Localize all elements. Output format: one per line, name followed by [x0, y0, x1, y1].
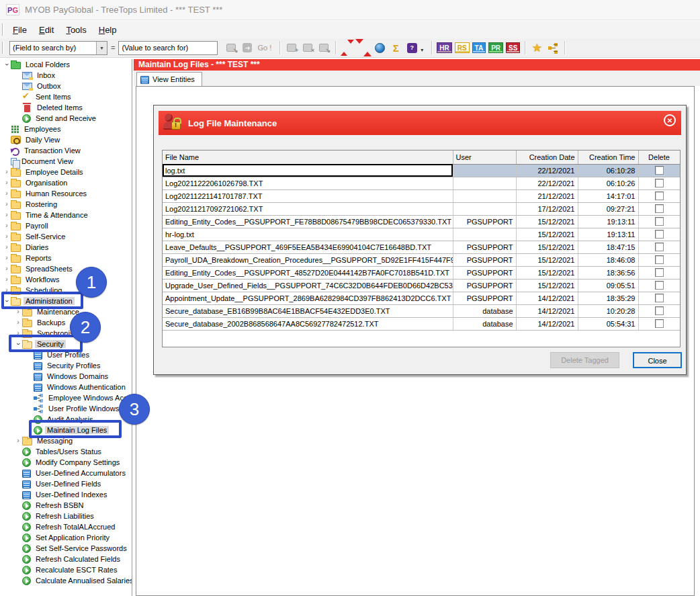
sidebar-item-payroll[interactable]: ›Payroll	[0, 220, 132, 231]
sidebar-item-maintenance[interactable]: ›Maintenance	[0, 306, 132, 317]
creation-date-cell[interactable]: 17/12/2021	[516, 202, 578, 215]
chevron-right-icon[interactable]: ›	[3, 169, 11, 175]
delete-checkbox[interactable]	[655, 179, 664, 187]
delete-checkbox[interactable]	[655, 166, 664, 175]
tab-view-entities[interactable]: View Entities	[136, 72, 202, 86]
user-cell[interactable]	[453, 228, 516, 241]
file-name-cell[interactable]: Log20211221141701787.TXT	[163, 189, 453, 202]
chevron-right-icon[interactable]: ›	[3, 276, 11, 283]
sidebar-item-time-attendance[interactable]: ›Time & Attendance	[0, 210, 132, 220]
chevron-right-icon[interactable]: ›	[3, 265, 11, 272]
delete-checkbox[interactable]	[655, 217, 664, 226]
creation-time-cell[interactable]: 06:10:28	[578, 164, 638, 177]
table-row[interactable]: Log20211222061026798.TXT22/12/202106:10:…	[163, 177, 680, 189]
file-name-cell[interactable]: Secure_database_2002B868568647AA8C569277…	[163, 317, 453, 330]
user-cell[interactable]: database	[453, 304, 516, 317]
sidebar-item-security-profiles[interactable]: Security Profiles	[0, 360, 132, 371]
chevron-down-icon[interactable]: ›	[15, 340, 21, 348]
sidebar-item-send-and-receive[interactable]: Send and Receive	[0, 113, 132, 124]
sidebar-item-daily-view[interactable]: Daily View	[0, 134, 132, 145]
chevron-right-icon[interactable]: ›	[3, 222, 11, 229]
user-cell[interactable]	[453, 177, 516, 189]
sidebar-item-employees[interactable]: Employees	[0, 124, 132, 134]
file-name-cell[interactable]: Editing_Entity_Codes__PGSUPPORT_FE78B8D0…	[163, 215, 453, 228]
creation-time-cell[interactable]: 19:13:11	[578, 228, 638, 241]
sidebar-item-document-view[interactable]: Document View	[0, 156, 132, 167]
table-row[interactable]: Secure_database_2002B868568647AA8C569277…	[163, 317, 680, 330]
delete-checkbox[interactable]	[655, 191, 664, 200]
sidebar-item-synchronisation[interactable]: ›Synchronisation	[0, 328, 132, 339]
go-icon[interactable]: ➜	[240, 41, 254, 54]
file-name-cell[interactable]: Log20211217092721062.TXT	[163, 202, 453, 215]
user-cell[interactable]: PGSUPPORT	[453, 215, 516, 228]
close-button[interactable]: Close	[633, 352, 682, 368]
chevron-right-icon[interactable]: ›	[3, 179, 11, 186]
sidebar-item-tables-users-status[interactable]: Tables/Users Status	[0, 446, 132, 457]
chevron-right-icon[interactable]: ›	[14, 437, 22, 444]
menu-tools[interactable]: Tools	[60, 22, 92, 38]
creation-date-cell[interactable]: 14/12/2021	[516, 292, 578, 304]
calculator-icon[interactable]: ?	[405, 41, 419, 54]
chevron-right-icon[interactable]: ›	[14, 308, 22, 315]
user-cell[interactable]: PGSUPPORT	[453, 266, 516, 279]
sidebar-item-rostering[interactable]: ›Rostering	[0, 199, 132, 210]
duplicate-record-icon[interactable]	[317, 41, 331, 54]
module-ta-button[interactable]: TA	[472, 42, 486, 53]
file-name-cell[interactable]: hr-log.txt	[163, 228, 453, 241]
file-name-cell[interactable]: Appointment_Update__PGSUPPORT_2869BA6282…	[163, 292, 453, 304]
module-pr-button[interactable]: PR	[488, 42, 503, 53]
creation-time-cell[interactable]: 18:47:15	[578, 241, 638, 253]
creation-date-cell[interactable]: 15/12/2021	[516, 228, 578, 241]
table-row[interactable]: Leave_Defaults__PGSUPPORT_469F5EEA5B434E…	[163, 241, 680, 253]
sidebar-item-transaction-view[interactable]: Transaction View	[0, 145, 132, 156]
creation-time-cell[interactable]: 18:36:56	[578, 266, 638, 279]
table-row[interactable]: Log20211217092721062.TXT17/12/202109:27:…	[163, 202, 680, 215]
delete-checkbox[interactable]	[655, 319, 664, 328]
user-cell[interactable]	[453, 164, 516, 177]
menu-help[interactable]: Help	[93, 22, 123, 38]
table-row[interactable]: log.txt22/12/202106:10:28	[163, 164, 680, 177]
table-row[interactable]: Editing_Entity_Codes__PGSUPPORT_FE78B8D0…	[163, 215, 680, 228]
sidebar-item-set-application-priority[interactable]: Set Application Priority	[0, 532, 132, 543]
sidebar-item-refresh-liabilities[interactable]: Refresh Liabilities	[0, 511, 132, 521]
column-header-creation-date[interactable]: Creation Date	[516, 151, 578, 164]
table-row[interactable]: Payroll_UDA_Breakdown_Creation_Procedure…	[163, 253, 680, 266]
sidebar-item-refresh-bsbn[interactable]: Refresh BSBN	[0, 500, 132, 511]
creation-time-cell[interactable]: 19:13:11	[578, 215, 638, 228]
creation-date-cell[interactable]: 14/12/2021	[516, 317, 578, 330]
delete-checkbox[interactable]	[655, 281, 664, 290]
delete-checkbox[interactable]	[655, 204, 664, 213]
user-cell[interactable]: database	[453, 317, 516, 330]
table-row[interactable]: Log20211221141701787.TXT21/12/202114:17:…	[163, 189, 680, 202]
sidebar-item-spreadsheets[interactable]: ›SpreadSheets	[0, 263, 132, 274]
user-cell[interactable]	[453, 202, 516, 215]
sidebar-item-backups[interactable]: ›Backups	[0, 317, 132, 328]
sidebar-item-user-profiles[interactable]: User Profiles	[0, 349, 132, 360]
delete-record-icon[interactable]	[301, 41, 314, 54]
globe-icon[interactable]	[373, 41, 386, 54]
menu-file[interactable]: File	[7, 22, 33, 38]
creation-time-cell[interactable]: 10:20:28	[578, 304, 638, 317]
file-name-cell[interactable]: Payroll_UDA_Breakdown_Creation_Procedure…	[163, 253, 453, 266]
sidebar-item-modify-company-settings[interactable]: Modify Company Settings	[0, 457, 132, 468]
sidebar-item-messaging[interactable]: ›Messaging	[0, 435, 132, 446]
toolbar-grip[interactable]	[2, 24, 4, 36]
sidebar-item-workflows[interactable]: ›Workflows	[0, 274, 132, 285]
creation-time-cell[interactable]: 06:10:26	[578, 177, 638, 189]
search-value-input[interactable]: (Value to search for)	[118, 41, 218, 55]
user-cell[interactable]: PGSUPPORT	[453, 279, 516, 292]
sidebar-item-employee-windows-accounts[interactable]: Employee Windows Accounts	[0, 392, 132, 403]
delete-checkbox[interactable]	[655, 306, 664, 315]
table-row[interactable]: Upgrade_User_Defined_Fields__PGSUPPORT_7…	[163, 279, 680, 292]
module-rs-button[interactable]: RS	[455, 42, 470, 53]
go-button[interactable]: Go !	[257, 44, 271, 52]
search-field-combo[interactable]: (Field to search by) ▼	[9, 41, 107, 55]
menu-edit[interactable]: Edit	[33, 22, 60, 38]
hierarchy-icon[interactable]	[546, 41, 560, 54]
sidebar-item-administration[interactable]: ›Administration	[0, 296, 132, 306]
file-name-cell[interactable]: Log20211222061026798.TXT	[163, 177, 453, 189]
sidebar-item-set-self-service-passwords[interactable]: Set Self-Service Passwords	[0, 543, 132, 554]
close-icon[interactable]: ✕	[664, 114, 676, 126]
chevron-right-icon[interactable]: ›	[14, 330, 22, 337]
delete-checkbox[interactable]	[655, 230, 664, 239]
